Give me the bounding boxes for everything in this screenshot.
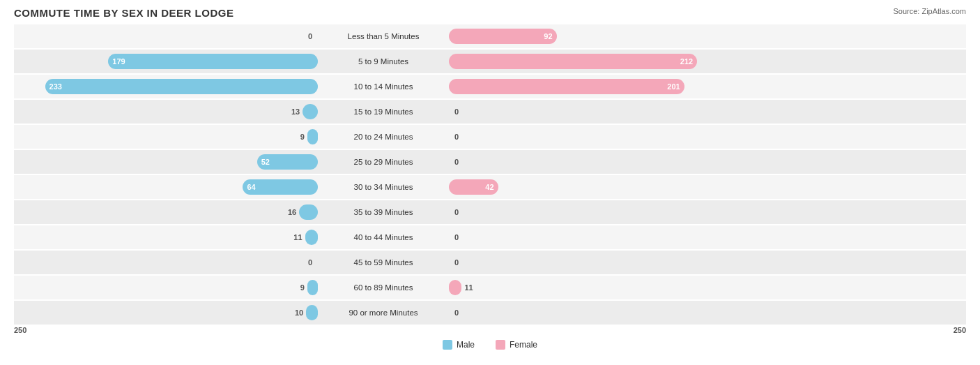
legend-female-box	[496, 340, 505, 350]
female-value-outside: 11	[464, 283, 473, 292]
row-label: 10 to 14 Minutes	[321, 82, 446, 91]
male-value-outside: 9	[300, 133, 305, 141]
bars-area: 0 Less than 5 Minutes 92 179 5 to 9 Minu…	[14, 24, 966, 325]
left-section: 64	[14, 175, 321, 199]
male-value-outside: 9	[300, 283, 305, 292]
left-section: 0	[14, 251, 321, 274]
left-section: 13	[14, 100, 321, 124]
male-bar-value: 64	[247, 183, 255, 191]
legend-male: Male	[443, 340, 475, 350]
right-section: 42	[446, 175, 753, 199]
male-bar-value: 179	[112, 57, 125, 66]
left-section: 10	[14, 301, 321, 325]
left-section: 11	[14, 225, 321, 249]
row-label: 35 to 39 Minutes	[321, 208, 446, 216]
row-label: 60 to 89 Minutes	[321, 283, 446, 292]
bar-row: 10 90 or more Minutes 0	[14, 301, 966, 325]
male-value-outside: 16	[288, 208, 296, 216]
female-bar-value: 92	[544, 32, 552, 40]
bar-row: 64 30 to 34 Minutes 42	[14, 175, 966, 199]
male-bar-value: 233	[49, 82, 62, 91]
legend-male-label: Male	[457, 340, 475, 350]
male-value-outside: 10	[295, 308, 303, 317]
source-text: Source: ZipAtlas.com	[893, 7, 966, 15]
legend-female: Female	[496, 340, 537, 350]
bar-row: 13 15 to 19 Minutes 0	[14, 100, 966, 124]
left-section: 0	[14, 24, 321, 48]
legend-female-label: Female	[510, 340, 537, 350]
row-label: 20 to 24 Minutes	[321, 133, 446, 141]
female-zero: 0	[454, 308, 459, 317]
male-zero: 0	[308, 32, 312, 40]
female-zero: 0	[454, 258, 459, 267]
left-section: 9	[14, 125, 321, 149]
row-label: 90 or more Minutes	[321, 308, 446, 317]
right-section: 0	[446, 150, 753, 174]
male-bar	[306, 305, 318, 320]
right-section: 0	[446, 225, 753, 249]
right-section: 0	[446, 125, 753, 149]
male-bar: 64	[243, 179, 318, 195]
right-section: 0	[446, 100, 753, 124]
female-zero: 0	[454, 133, 459, 141]
bar-row: 11 40 to 44 Minutes 0	[14, 225, 966, 249]
right-section: 201	[446, 75, 753, 98]
row-label: 40 to 44 Minutes	[321, 233, 446, 241]
axis-right: 250	[954, 326, 966, 334]
left-section: 52	[14, 150, 321, 174]
female-zero: 0	[454, 107, 459, 116]
bar-row: 0 Less than 5 Minutes 92	[14, 24, 966, 48]
female-bar: 201	[449, 79, 684, 94]
bar-row: 9 20 to 24 Minutes 0	[14, 125, 966, 149]
bar-row: 0 45 to 59 Minutes 0	[14, 251, 966, 274]
left-section: 233	[14, 75, 321, 98]
right-section: 0	[446, 200, 753, 224]
female-bar-value: 201	[667, 82, 680, 91]
male-zero: 0	[308, 258, 312, 267]
female-bar	[449, 280, 461, 295]
female-bar-value: 212	[680, 57, 693, 66]
axis-left: 250	[14, 326, 26, 334]
male-bar	[307, 280, 318, 295]
row-label: 5 to 9 Minutes	[321, 57, 446, 66]
left-section: 9	[14, 276, 321, 299]
bar-row: 233 10 to 14 Minutes 201	[14, 75, 966, 98]
row-label: 30 to 34 Minutes	[321, 183, 446, 191]
male-bar: 179	[108, 54, 318, 69]
chart-container: COMMUTE TIME BY SEX IN DEER LODGE Source…	[0, 0, 980, 365]
male-bar: 52	[257, 154, 318, 170]
row-label: 25 to 29 Minutes	[321, 158, 446, 166]
female-bar: 42	[449, 179, 498, 195]
female-zero: 0	[454, 158, 459, 166]
legend-male-box	[443, 340, 452, 350]
right-section: 0	[446, 251, 753, 274]
left-section: 179	[14, 50, 321, 73]
right-section: 92	[446, 24, 753, 48]
male-bar	[303, 104, 318, 119]
male-bar	[307, 129, 318, 144]
right-section: 0	[446, 301, 753, 325]
bar-row: 16 35 to 39 Minutes 0	[14, 200, 966, 224]
row-label: 45 to 59 Minutes	[321, 258, 446, 267]
legend: Male Female	[14, 340, 966, 350]
male-bar: 233	[45, 79, 318, 94]
bar-row: 52 25 to 29 Minutes 0	[14, 150, 966, 174]
female-bar: 212	[449, 54, 697, 69]
male-bar	[305, 230, 318, 245]
male-bar	[299, 204, 318, 220]
female-bar: 92	[449, 29, 557, 44]
axis-labels: 250 250	[14, 326, 966, 336]
female-zero: 0	[454, 208, 459, 216]
bar-row: 9 60 to 89 Minutes 11	[14, 276, 966, 299]
male-value-outside: 13	[291, 107, 300, 116]
bar-row: 179 5 to 9 Minutes 212	[14, 50, 966, 73]
male-value-outside: 11	[293, 233, 302, 241]
left-section: 16	[14, 200, 321, 224]
female-zero: 0	[454, 233, 459, 241]
right-section: 212	[446, 50, 753, 73]
right-section: 11	[446, 276, 753, 299]
female-bar-value: 42	[485, 183, 493, 191]
chart-title: COMMUTE TIME BY SEX IN DEER LODGE	[14, 7, 966, 19]
row-label: Less than 5 Minutes	[321, 32, 446, 40]
row-label: 15 to 19 Minutes	[321, 107, 446, 116]
